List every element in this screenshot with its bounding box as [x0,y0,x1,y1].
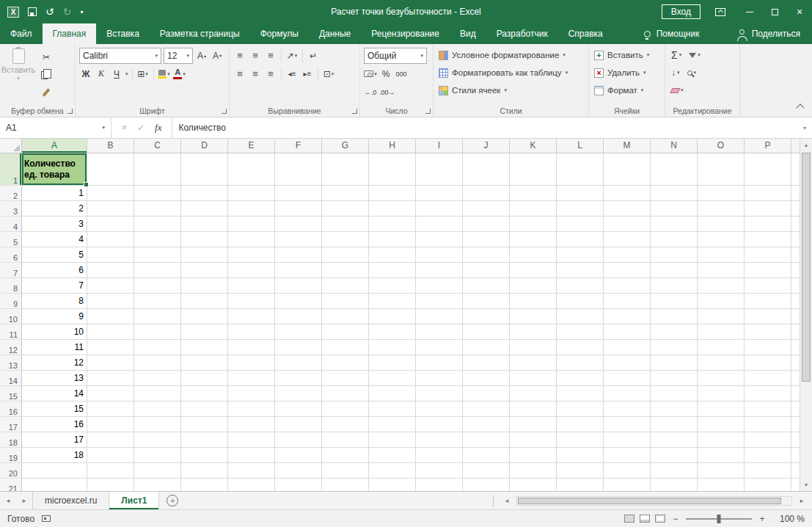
cell-F10[interactable] [275,309,322,324]
cell-K17[interactable] [510,417,557,432]
cell-N1[interactable] [651,153,698,186]
column-header-B[interactable]: B [87,139,134,153]
redo-icon[interactable]: ↻ [63,6,72,18]
cell-N6[interactable] [651,247,698,263]
row-header-3[interactable]: 3 [0,201,22,217]
cell-F12[interactable] [275,340,322,355]
cell-L16[interactable] [557,401,604,417]
cell-I19[interactable] [416,448,463,463]
cell-F4[interactable] [275,217,322,232]
cell-M13[interactable] [604,355,651,371]
cell-O8[interactable] [698,278,745,294]
cell-I18[interactable] [416,432,463,448]
cell-P12[interactable] [745,340,791,355]
zoom-level[interactable]: 100 % [772,514,805,524]
sheet-tab-microexcel-ru[interactable]: microexcel.ru [32,492,109,509]
cell-B21[interactable] [87,479,134,491]
cell-M10[interactable] [604,309,651,324]
cell-C21[interactable] [134,479,181,491]
column-header-E[interactable]: E [228,139,275,153]
cell-N5[interactable] [651,232,698,247]
column-header-J[interactable]: J [463,139,510,153]
cell-F9[interactable] [275,294,322,309]
view-normal-icon[interactable] [624,515,634,523]
cell-H9[interactable] [369,294,416,309]
cell-J14[interactable] [463,371,510,386]
row-header-11[interactable]: 11 [0,324,22,340]
align-top-button[interactable]: ≡ [233,48,246,63]
cell-E12[interactable] [228,340,275,355]
cell-M19[interactable] [604,448,651,463]
cell-E9[interactable] [228,294,275,309]
cell-C20[interactable] [134,463,181,479]
cell-E16[interactable] [228,401,275,417]
ribbon-tab-formulas[interactable]: Формулы [250,23,309,44]
cell-F15[interactable] [275,386,322,401]
cell-K1[interactable] [510,153,557,186]
cell-G8[interactable] [322,278,369,294]
cell-D15[interactable] [181,386,228,401]
cell-C6[interactable] [134,247,181,263]
cell-C19[interactable] [134,448,181,463]
cell-G11[interactable] [322,324,369,340]
clear-button[interactable]: ▾ [671,87,684,93]
cell-O17[interactable] [698,417,745,432]
cell-J13[interactable] [463,355,510,371]
cell-N12[interactable] [651,340,698,355]
cell-C14[interactable] [134,371,181,386]
cell-G20[interactable] [322,463,369,479]
cell-I3[interactable] [416,201,463,217]
cell-F17[interactable] [275,417,322,432]
cell-B15[interactable] [87,386,134,401]
cell-E17[interactable] [228,417,275,432]
column-header-O[interactable]: O [698,139,745,153]
cell-D13[interactable] [181,355,228,371]
cell-G5[interactable] [322,232,369,247]
cell-O5[interactable] [698,232,745,247]
cell-H4[interactable] [369,217,416,232]
number-dialog-launcher-icon[interactable] [425,109,431,114]
cell-E1[interactable] [228,153,275,186]
hscroll-right-icon[interactable]: ▸ [794,497,810,504]
cell-B5[interactable] [87,232,134,247]
ribbon-tab-home[interactable]: Главная [43,23,97,44]
cell-M15[interactable] [604,386,651,401]
ribbon-tab-page-layout[interactable]: Разметка страницы [150,23,250,44]
cell-E21[interactable] [228,479,275,491]
qat-customize-icon[interactable]: ▾ [80,9,83,15]
font-name-combo[interactable]: Calibri▾ [79,48,161,64]
cell-A17[interactable]: 16 [22,417,87,432]
cell-M12[interactable] [604,340,651,355]
formula-input[interactable]: Количество [172,117,797,138]
cell-D3[interactable] [181,201,228,217]
cell-O4[interactable] [698,217,745,232]
cell-J21[interactable] [463,479,510,491]
ribbon-tab-help[interactable]: Справка [558,23,613,44]
cell-A13[interactable]: 12 [22,355,87,371]
cell-I15[interactable] [416,386,463,401]
insert-function-icon[interactable]: fx [155,122,161,134]
ribbon-tab-insert[interactable]: Вставка [96,23,150,44]
cell-A6[interactable]: 5 [22,247,87,263]
cell-C18[interactable] [134,432,181,448]
cell-M17[interactable] [604,417,651,432]
cell-G15[interactable] [322,386,369,401]
name-box[interactable]: A1 ▾ [0,117,111,138]
cell-N8[interactable] [651,278,698,294]
cell-P15[interactable] [745,386,791,401]
decrease-indent-button[interactable]: ◂≡ [285,67,299,81]
cell-F21[interactable] [275,479,322,491]
cell-H14[interactable] [369,371,416,386]
cell-D20[interactable] [181,463,228,479]
cell-L4[interactable] [557,217,604,232]
name-box-caret-icon[interactable]: ▾ [102,125,105,131]
cell-M11[interactable] [604,324,651,340]
cell-J3[interactable] [463,201,510,217]
align-left-button[interactable]: ≡ [233,67,246,81]
ribbon-display-options-icon[interactable] [715,8,725,16]
cell-C1[interactable] [134,153,181,186]
row-header-6[interactable]: 6 [0,247,22,263]
zoom-in-icon[interactable]: + [757,514,767,524]
cell-N15[interactable] [651,386,698,401]
cell-H12[interactable] [369,340,416,355]
